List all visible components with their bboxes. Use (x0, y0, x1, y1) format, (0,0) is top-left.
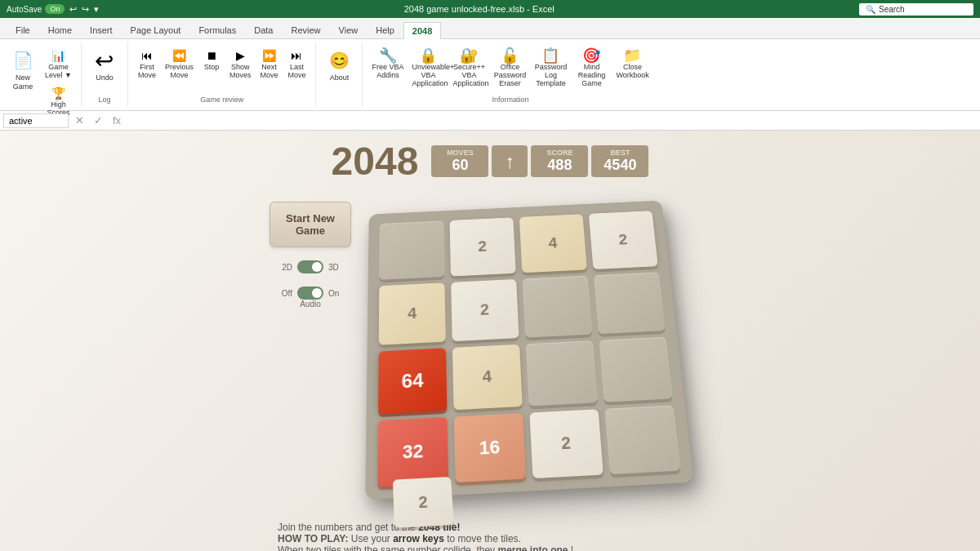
close-workbook-icon: 📁 (624, 47, 640, 64)
free-vba-button[interactable]: 🔧 Free VBAAddins (369, 46, 406, 82)
tile-r0c2: 4 (519, 214, 587, 273)
tab-2048[interactable]: 2048 (403, 22, 441, 39)
highlight-merge: merge into one (497, 544, 568, 551)
arrow-box: ↑ (492, 145, 528, 177)
ribbon-group-game-review: ⏮ FirstMove ⏪ PreviousMove ⏹ Stop ▶ Show… (128, 42, 317, 107)
instruction-line1: Join the numbers and get to the 2048 til… (278, 522, 702, 533)
instruction-line2: HOW TO PLAY: Use your arrow keys to move… (278, 533, 702, 544)
tab-file[interactable]: File (7, 21, 39, 38)
secure-vba-button[interactable]: 🔐 Secure++ VBAApplication (450, 46, 488, 90)
redo-icon[interactable]: ↪ (82, 4, 89, 15)
tab-help[interactable]: Help (367, 21, 403, 38)
game-review-label: Game review (200, 96, 243, 104)
bottom-tile-container: 2 (394, 478, 452, 527)
moves-label: MOVES (441, 149, 479, 157)
game-level-button[interactable]: 📊 GameLevel ▼ (42, 46, 74, 82)
tab-formulas[interactable]: Formulas (189, 21, 245, 38)
undo-ribbon-icon: ↩ (91, 47, 118, 73)
instruction-line3: When two tiles with the same number coll… (278, 544, 702, 551)
stop-label: Stop (204, 64, 220, 72)
name-box[interactable] (3, 113, 69, 128)
main-content: 2048 MOVES 60 ↑ SCORE 488 BEST 4540 (0, 131, 980, 551)
stop-button[interactable]: ⏹ Stop (199, 46, 224, 73)
unviewable-button[interactable]: 🔒 Unviewable+VBA Application (409, 46, 447, 90)
toggle-2d-3d[interactable] (297, 260, 323, 273)
office-password-button[interactable]: 🔓 OfficePassword Eraser (491, 46, 528, 90)
moves-value: 60 (441, 157, 479, 174)
autosave-label: AutoSave On (7, 4, 65, 14)
free-vba-icon: 🔧 (380, 47, 396, 64)
highlight-arrow-keys: arrow keys (393, 533, 444, 544)
tile-r3c0: 32 (377, 417, 448, 487)
previous-move-button[interactable]: ⏪ PreviousMove (163, 46, 196, 82)
quick-access-more[interactable]: ▾ (94, 4, 99, 15)
confirm-formula-button[interactable]: ✓ (91, 114, 106, 127)
audio-toggle-group: Off On Audio (282, 287, 340, 309)
ribbon-info-buttons: 🔧 Free VBAAddins 🔒 Unviewable+VBA Applic… (369, 46, 651, 94)
secure-vba-icon: 🔐 (461, 47, 477, 64)
search-icon: 🔍 (866, 5, 875, 14)
search-placeholder: Search (879, 5, 905, 14)
new-game-label: NewGame (13, 73, 33, 91)
game-container: 2048 MOVES 60 ↑ SCORE 488 BEST 4540 (0, 131, 980, 551)
tab-home[interactable]: Home (39, 21, 81, 38)
office-password-icon: 🔓 (501, 47, 518, 64)
next-move-button[interactable]: ⏩ NextMove (256, 46, 281, 82)
office-password-label: OfficePassword Eraser (493, 64, 526, 88)
show-moves-icon: ▶ (232, 47, 248, 64)
tab-view[interactable]: View (330, 21, 368, 38)
first-move-button[interactable]: ⏮ FirstMove (135, 46, 159, 82)
board-base: 2 4 2 4 2 64 4 32 (365, 201, 693, 500)
close-workbook-button[interactable]: 📁 CloseWorkbook (613, 46, 651, 82)
mind-reading-label: Mind ReadingGame (575, 64, 608, 88)
close-workbook-label: CloseWorkbook (616, 64, 648, 80)
secure-vba-label: Secure++ VBAApplication (452, 64, 485, 88)
tile-r0c3: 2 (589, 211, 658, 269)
formula-input[interactable] (127, 116, 977, 126)
previous-move-icon: ⏪ (171, 47, 187, 64)
first-move-label: FirstMove (138, 64, 156, 80)
tab-review[interactable]: Review (282, 21, 329, 38)
high-scores-icon: 🏆 (50, 85, 66, 101)
tile-r1c1: 2 (451, 279, 519, 341)
about-button[interactable]: 😊 About (323, 46, 355, 84)
game-stats: MOVES 60 ↑ SCORE 488 BEST 4540 (431, 145, 648, 177)
password-log-button[interactable]: 📋 PasswordLog Template (532, 46, 569, 90)
ribbon-group-about: 😊 About (316, 42, 363, 107)
next-move-label: NextMove (260, 64, 278, 80)
board-3d: 2 4 2 4 2 64 4 32 (368, 193, 710, 512)
tab-insert[interactable]: Insert (81, 21, 122, 38)
tile-r1c3 (594, 272, 665, 334)
best-value: 4540 (601, 157, 639, 174)
audio-label: Audio (300, 300, 321, 309)
start-new-game-button[interactable]: Start NewGame (270, 202, 351, 247)
window-title: 2048 game unlocked-free.xlsb - Excel (404, 4, 555, 14)
log-group-label: Log (98, 96, 110, 104)
how-to-play-label: HOW TO PLAY: (278, 533, 348, 544)
ribbon-review-buttons: ⏮ FirstMove ⏪ PreviousMove ⏹ Stop ▶ Show… (135, 46, 310, 94)
formula-bar: ✕ ✓ fx (0, 111, 980, 131)
cancel-formula-button[interactable]: ✕ (72, 114, 87, 127)
search-bar[interactable]: 🔍 Search (859, 3, 973, 16)
undo-button[interactable]: ↩ Undo (88, 46, 121, 84)
undo-label: Undo (96, 73, 114, 82)
autosave-toggle[interactable]: On (45, 4, 65, 14)
last-move-button[interactable]: ⏭ LastMove (284, 46, 309, 82)
insert-function-button[interactable]: fx (109, 114, 124, 127)
title-bar: AutoSave On ↩ ↪ ▾ 2048 game unlocked-fre… (0, 0, 980, 18)
undo-icon[interactable]: ↩ (69, 4, 77, 15)
label-off: Off (282, 289, 292, 298)
mind-reading-button[interactable]: 🎯 Mind ReadingGame (572, 46, 610, 90)
toggle-knob-2d3d (312, 262, 322, 272)
game-title: 2048 (332, 139, 419, 184)
show-moves-button[interactable]: ▶ ShowMoves (227, 46, 254, 82)
score-label: SCORE (541, 149, 578, 157)
tab-page-layout[interactable]: Page Layout (122, 21, 190, 38)
tab-data[interactable]: Data (245, 21, 282, 38)
game-header: 2048 MOVES 60 ↑ SCORE 488 BEST 4540 (332, 139, 649, 184)
new-game-button[interactable]: 📄 NewGame (7, 46, 39, 93)
tile-r3c1: 16 (454, 413, 526, 482)
ribbon-tabs: File Home Insert Page Layout Formulas Da… (0, 18, 980, 39)
toggle-audio[interactable] (297, 287, 323, 300)
tile-r1c2 (523, 276, 592, 338)
